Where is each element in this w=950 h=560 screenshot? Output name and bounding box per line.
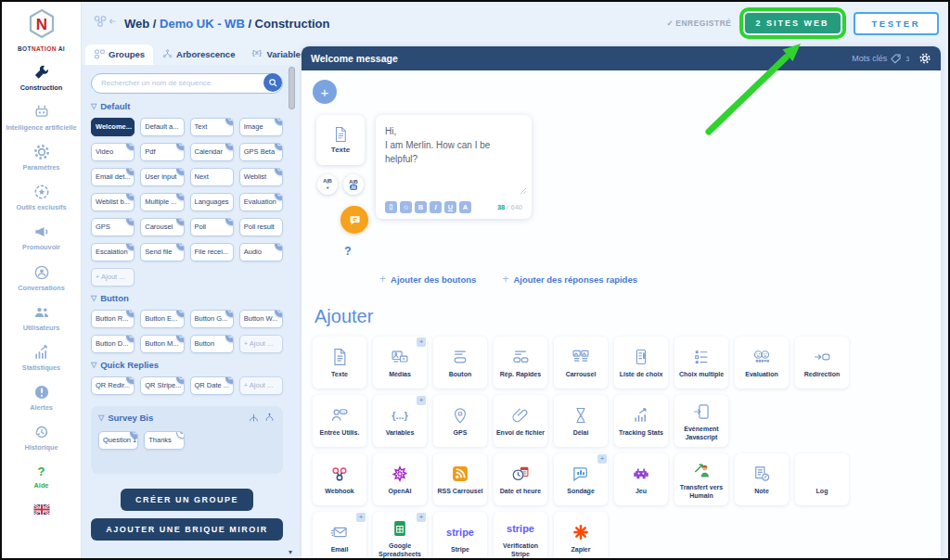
target-badge-icon[interactable] xyxy=(176,431,185,439)
sequence-chip[interactable]: Carousel xyxy=(140,218,184,236)
sites-web-button[interactable]: 2 SITES WEB xyxy=(745,13,841,33)
comment-bubble-button[interactable] xyxy=(340,206,368,234)
link-badge-icon[interactable] xyxy=(275,143,283,150)
tester-button[interactable]: TESTER xyxy=(854,12,939,35)
add-tile-stripe[interactable]: stripeVérification Stripe xyxy=(494,512,547,558)
link-badge-icon[interactable] xyxy=(176,218,185,225)
resize-handle-icon[interactable] xyxy=(520,182,527,198)
text-color-icon[interactable]: A xyxy=(459,201,471,213)
link-badge-icon[interactable] xyxy=(176,168,185,175)
sequence-chip[interactable]: Button R... xyxy=(91,310,135,328)
message-text-card[interactable]: Hi,I am Merlin. How can I be helpful? ⌷☺… xyxy=(376,115,532,219)
sequence-chip[interactable]: Button xyxy=(190,335,234,353)
sequence-chip[interactable]: Button D... xyxy=(91,335,135,353)
section-header-quick-replies[interactable]: ▽Quick Replies xyxy=(91,360,283,370)
keywords-button[interactable]: Mots clés 3 xyxy=(852,53,909,64)
link-badge-icon[interactable] xyxy=(225,335,234,342)
link-badge-icon[interactable] xyxy=(126,335,135,342)
add-tile-doc[interactable]: Texte xyxy=(313,337,366,388)
add-quick-replies-link[interactable]: +Ajouter des réponses rapides xyxy=(502,273,637,286)
italic-icon[interactable]: I xyxy=(430,201,442,213)
add-tile-human[interactable]: Transfert vers Humain xyxy=(674,453,728,505)
add-buttons-link[interactable]: +Ajouter des boutons xyxy=(379,273,476,286)
add-tile-email[interactable]: Email+ xyxy=(313,512,366,558)
sequence-chip[interactable]: Button W... xyxy=(239,310,283,328)
sequence-chip[interactable]: QR Stripe... xyxy=(140,376,184,395)
tree-icon[interactable] xyxy=(248,413,260,423)
sidebar-item-historique[interactable]: Historique xyxy=(2,417,81,457)
help-question-button[interactable]: ? xyxy=(344,245,351,258)
add-tile-rss[interactable]: RSS Carrousel xyxy=(433,453,487,505)
sequence-chip[interactable]: Calendar xyxy=(190,143,234,161)
link-badge-icon[interactable] xyxy=(130,431,138,439)
add-sequence-chip[interactable]: + Ajout ... xyxy=(239,335,283,353)
sidebar-item-statistiques[interactable]: Statistiques xyxy=(2,337,81,377)
botnation-logo[interactable]: N BOTNATION AI xyxy=(18,7,65,52)
add-tile-game[interactable]: Jeu xyxy=(614,453,668,505)
link-badge-icon[interactable] xyxy=(225,118,234,125)
link-badge-icon[interactable] xyxy=(126,218,135,225)
add-tile-gps[interactable]: GPS xyxy=(433,395,487,447)
sequence-chip[interactable]: Welcome... xyxy=(91,118,135,136)
add-tile-openai[interactable]: OpenAI xyxy=(373,453,427,505)
link-badge-icon[interactable] xyxy=(126,168,135,175)
add-tile-tracking[interactable]: Tracking Stats xyxy=(614,395,668,447)
scrollbar-thumb[interactable] xyxy=(289,67,295,109)
sequence-chip[interactable]: Weblist xyxy=(239,168,283,186)
sequence-chip[interactable]: User input xyxy=(140,168,184,186)
sitemap-icon[interactable] xyxy=(263,413,276,423)
sequence-chip[interactable]: Button G... xyxy=(190,310,234,328)
scroll-down-arrow-icon[interactable]: ▾ xyxy=(289,548,292,556)
add-tile-list[interactable]: Liste de choix xyxy=(614,337,668,388)
add-tile-qr[interactable]: Rép. Rapides xyxy=(494,337,547,388)
add-tile-none[interactable]: Log xyxy=(795,453,849,505)
search-input[interactable] xyxy=(91,73,283,94)
sequence-chip[interactable]: Audio xyxy=(239,243,283,261)
add-tile-userinput[interactable]: Entrée Utilis. xyxy=(313,395,366,447)
link-badge-icon[interactable] xyxy=(176,243,185,250)
link-badge-icon[interactable] xyxy=(126,193,135,200)
link-badge-icon[interactable] xyxy=(275,243,283,250)
underline-icon[interactable]: U xyxy=(444,201,456,213)
panel-scrollbar[interactable]: ▾ xyxy=(289,67,296,556)
link-badge-icon[interactable] xyxy=(176,193,185,200)
add-tile-gsheets[interactable]: Google Spreadsheets+ xyxy=(373,512,427,558)
add-tile-carousel[interactable]: Carrousel xyxy=(554,337,608,388)
sequence-chip[interactable]: Languages xyxy=(190,193,234,211)
add-block-button[interactable]: + xyxy=(313,80,337,104)
sequence-chip[interactable]: Email det... xyxy=(91,168,135,186)
sidebar-item-alertes[interactable]: Alertes xyxy=(2,377,81,417)
sequence-chip[interactable]: QR Date ... xyxy=(190,376,234,395)
search-icon[interactable] xyxy=(263,73,282,92)
sequence-chip[interactable]: Pdf xyxy=(140,143,184,161)
link-badge-icon[interactable] xyxy=(126,376,135,384)
link-badge-icon[interactable] xyxy=(275,118,283,125)
add-tile-hourglass[interactable]: Délai xyxy=(554,395,608,447)
add-sequence-chip[interactable]: + Ajout ... xyxy=(91,268,135,286)
link-badge-icon[interactable] xyxy=(126,310,135,317)
add-tile-webhook[interactable]: Webhook xyxy=(313,453,366,505)
link-badge-icon[interactable] xyxy=(275,193,283,200)
add-tile-zapier[interactable]: Zapier xyxy=(554,512,608,558)
sequence-chip[interactable]: File recei... xyxy=(190,243,234,261)
sequence-chip[interactable]: Poll result xyxy=(239,218,283,236)
sidebar-item-promouvoir[interactable]: Promouvoir xyxy=(2,217,81,257)
variable-brackets-icon[interactable]: ⌷ xyxy=(385,201,397,213)
add-tile-poll[interactable]: Sondage+ xyxy=(554,453,608,505)
link-badge-icon[interactable] xyxy=(176,143,185,150)
link-badge-icon[interactable] xyxy=(275,168,283,175)
sidebar-item-outils[interactable]: Outils exclusifs xyxy=(2,177,81,217)
section-header-default[interactable]: ▽Default xyxy=(91,101,283,111)
texte-block[interactable]: Texte xyxy=(316,115,365,165)
add-sequence-chip[interactable]: + Ajout ... xyxy=(239,376,283,395)
sequence-chip[interactable]: QR Redir... xyxy=(91,376,135,395)
add-tile-multi[interactable]: Choix multiple xyxy=(674,337,728,388)
sequence-chip[interactable]: Image xyxy=(239,118,283,136)
tab-arborescence[interactable]: Arborescence xyxy=(153,45,243,65)
add-tile-stripe[interactable]: stripeStripe xyxy=(433,512,487,558)
add-tile-note[interactable]: Note xyxy=(735,453,789,505)
sequence-chip[interactable]: Video xyxy=(91,143,135,161)
section-header-button[interactable]: ▽Button xyxy=(91,293,283,303)
link-badge-icon[interactable] xyxy=(275,310,283,317)
emoji-icon[interactable]: ☺ xyxy=(400,201,412,213)
